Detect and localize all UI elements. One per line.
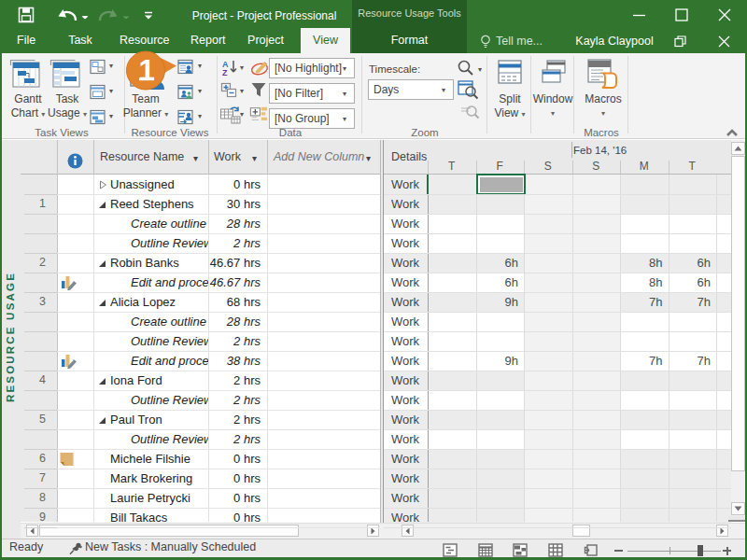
svg-text:1: 1 <box>138 54 154 87</box>
svg-text:Z: Z <box>222 68 228 77</box>
svg-text:A: A <box>222 60 229 69</box>
